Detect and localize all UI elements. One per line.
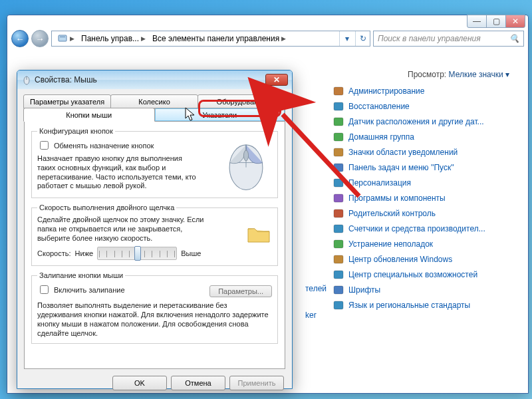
svg-point-20 bbox=[243, 150, 248, 161]
cp-item-icon bbox=[333, 239, 344, 249]
breadcrumb-seg-2[interactable]: Все элементы панели управления▶ bbox=[150, 31, 289, 46]
dialog-button-row: OK Отмена Применить bbox=[17, 376, 284, 390]
cp-item-icon bbox=[333, 132, 344, 142]
control-panel-item[interactable]: Восстановление bbox=[333, 101, 516, 112]
clicklock-checkbox[interactable]: Включить залипание bbox=[37, 283, 125, 296]
svg-rect-4 bbox=[334, 118, 343, 126]
tab-hardware[interactable]: Оборудование bbox=[198, 94, 285, 108]
partial-item-b: ker bbox=[305, 311, 317, 320]
speed-slider[interactable] bbox=[97, 247, 177, 260]
search-placeholder: Поиск в панели управления bbox=[378, 34, 481, 43]
cp-item-icon bbox=[333, 300, 344, 311]
doubleclick-desc: Сделайте двойной щелчок по этому значку.… bbox=[37, 215, 210, 243]
swap-buttons-desc: Назначает правую кнопку для выполнения т… bbox=[37, 154, 197, 191]
cancel-button[interactable]: Отмена bbox=[171, 376, 225, 390]
breadcrumb-root-icon[interactable]: ▶ bbox=[55, 31, 77, 46]
breadcrumb-seg-1[interactable]: Панель управ...▶ bbox=[78, 31, 148, 46]
tab-content-buttons: Конфигурация кнопок Обменять назначение … bbox=[24, 122, 285, 369]
tab-pointers[interactable]: Указатели bbox=[154, 108, 286, 122]
cp-item-icon bbox=[333, 147, 344, 158]
search-input[interactable]: Поиск в панели управления 🔍 bbox=[373, 31, 524, 47]
svg-rect-11 bbox=[334, 225, 343, 233]
svg-rect-15 bbox=[334, 286, 343, 294]
mouse-icon bbox=[21, 74, 32, 85]
svg-rect-2 bbox=[334, 87, 343, 95]
control-panel-item[interactable]: Панель задач и меню ''Пуск'' bbox=[333, 162, 516, 173]
clicklock-desc: Позволяет выполнять выделение и перетаск… bbox=[37, 301, 272, 338]
svg-rect-3 bbox=[334, 102, 343, 110]
button-config-group: Конфигурация кнопок Обменять назначение … bbox=[31, 127, 278, 198]
breadcrumb[interactable]: ▶ Панель управ...▶ Все элементы панели у… bbox=[51, 31, 370, 47]
doubleclick-speed-group: Скорость выполнения двойного щелчка Сдел… bbox=[31, 203, 278, 266]
svg-rect-16 bbox=[334, 301, 343, 309]
control-panel-item[interactable]: Устранение неполадок bbox=[333, 239, 516, 249]
control-panel-item[interactable]: Центр специальных возможностей bbox=[333, 269, 516, 280]
cp-item-icon bbox=[333, 116, 344, 127]
cp-item-icon bbox=[333, 254, 344, 265]
cp-item-icon bbox=[333, 101, 344, 112]
clicklock-group: Залипание кнопки мыши Включить залипание… bbox=[31, 271, 278, 344]
tab-pointer-options[interactable]: Параметры указателя bbox=[23, 94, 111, 108]
tab-buttons[interactable]: Кнопки мыши bbox=[23, 108, 155, 122]
search-icon: 🔍 bbox=[509, 34, 519, 43]
control-panel-item[interactable]: Язык и региональные стандарты bbox=[333, 300, 516, 311]
partial-item-a: телей bbox=[305, 284, 327, 293]
control-panel-item[interactable]: Персонализация bbox=[333, 178, 516, 188]
control-panel-items: АдминистрированиеВосстановлениеДатчик ра… bbox=[333, 86, 516, 311]
control-panel-item[interactable]: Значки области уведомлений bbox=[333, 147, 516, 158]
svg-rect-10 bbox=[334, 209, 343, 217]
minimize-button[interactable]: — bbox=[467, 15, 487, 28]
mouse-properties-dialog: Свойства: Мышь ✕ Параметры указателя Кол… bbox=[17, 70, 293, 389]
apply-button: Применить bbox=[229, 376, 284, 390]
cp-item-icon bbox=[333, 178, 344, 188]
dialog-title: Свойства: Мышь bbox=[35, 75, 97, 84]
cp-item-icon bbox=[333, 208, 344, 219]
control-panel-item[interactable]: Центр обновления Windows bbox=[333, 254, 516, 265]
dialog-titlebar[interactable]: Свойства: Мышь ✕ bbox=[17, 70, 292, 89]
control-panel-item[interactable]: Родительский контроль bbox=[333, 208, 516, 219]
swap-buttons-checkbox[interactable]: Обменять назначение кнопок bbox=[37, 139, 216, 152]
control-panel-item[interactable]: Счетчики и средства производител... bbox=[333, 223, 516, 234]
tab-wheel[interactable]: Колесико bbox=[110, 94, 198, 108]
dialog-close-button[interactable]: ✕ bbox=[265, 74, 288, 86]
tab-row-1: Параметры указателя Колесико Оборудовани… bbox=[24, 94, 285, 108]
svg-rect-0 bbox=[59, 35, 66, 41]
folder-test-icon[interactable] bbox=[245, 219, 272, 246]
cp-item-icon bbox=[333, 162, 344, 173]
navigation-bar: ← → ▶ Панель управ...▶ Все элементы пане… bbox=[11, 30, 524, 47]
nav-forward-button[interactable]: → bbox=[31, 30, 49, 47]
cp-item-icon bbox=[333, 269, 344, 280]
svg-rect-13 bbox=[334, 255, 343, 263]
svg-rect-7 bbox=[334, 164, 343, 172]
ok-button[interactable]: OK bbox=[112, 376, 167, 390]
tab-row-2: Кнопки мыши Указатели bbox=[24, 108, 285, 122]
control-panel-item[interactable]: Администрирование bbox=[333, 86, 516, 96]
control-panel-item[interactable]: Программы и компоненты bbox=[333, 193, 516, 203]
window-controls: — ▢ ✕ bbox=[467, 15, 525, 28]
cp-item-icon bbox=[333, 193, 344, 203]
close-button[interactable]: ✕ bbox=[505, 15, 525, 28]
svg-rect-12 bbox=[334, 240, 343, 248]
breadcrumb-dropdown-button[interactable]: ▾ bbox=[339, 31, 354, 46]
speed-slider-row: Скорость: Ниже Выше bbox=[37, 247, 272, 260]
svg-rect-1 bbox=[60, 37, 65, 37]
cp-item-icon bbox=[333, 223, 344, 234]
cp-item-icon bbox=[333, 285, 344, 295]
clicklock-params-button: Параметры... bbox=[209, 285, 272, 297]
svg-rect-14 bbox=[334, 271, 343, 279]
view-selector[interactable]: Просмотр: Мелкие значки ▾ bbox=[333, 54, 516, 86]
maximize-button[interactable]: ▢ bbox=[486, 15, 506, 28]
chevron-down-icon: ▾ bbox=[505, 70, 509, 79]
svg-rect-5 bbox=[334, 133, 343, 141]
mouse-illustration bbox=[220, 139, 272, 192]
control-panel-item[interactable]: Датчик расположения и другие дат... bbox=[333, 116, 516, 127]
control-panel-item[interactable]: Домашняя группа bbox=[333, 132, 516, 142]
svg-rect-6 bbox=[334, 148, 343, 156]
cp-item-icon bbox=[333, 86, 344, 96]
svg-rect-9 bbox=[334, 194, 343, 202]
nav-back-button[interactable]: ← bbox=[11, 30, 29, 47]
refresh-button[interactable]: ↻ bbox=[355, 31, 370, 46]
svg-rect-8 bbox=[334, 179, 343, 187]
control-panel-item[interactable]: Шрифты bbox=[333, 285, 516, 295]
